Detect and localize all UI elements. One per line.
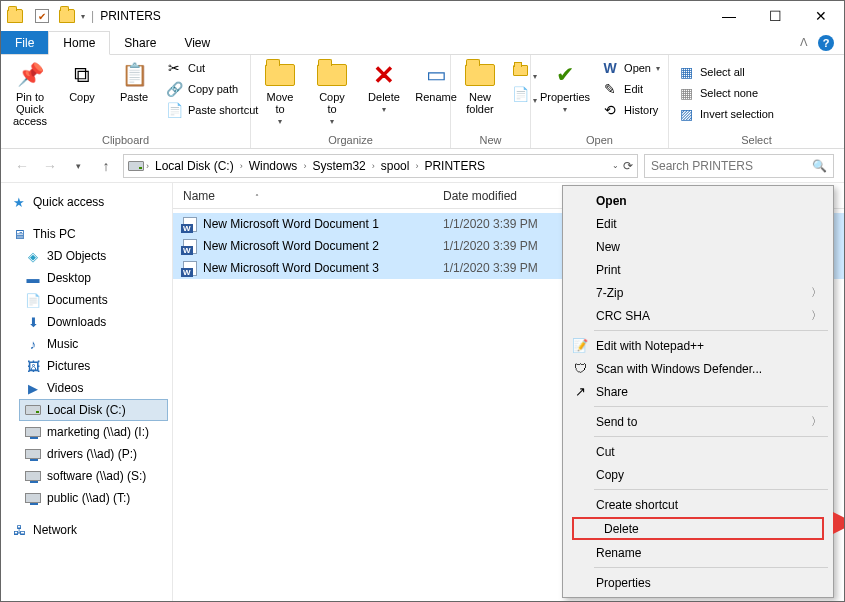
recent-locations-button[interactable]: ▾ [67, 155, 89, 177]
history-button[interactable]: ⟲History [601, 101, 660, 119]
sort-asc-icon: ˄ [255, 193, 259, 202]
window-title: PRINTERS [100, 9, 161, 23]
tree-this-pc[interactable]: 🖥This PC [5, 223, 168, 245]
folder-icon [317, 64, 347, 86]
address-bar[interactable]: › Local Disk (C:)› Windows› System32› sp… [123, 154, 638, 178]
tree-item[interactable]: ♪Music [19, 333, 168, 355]
tree-item[interactable]: drivers (\\ad) (P:) [19, 443, 168, 465]
forward-button[interactable]: → [39, 155, 61, 177]
new-folder-button[interactable]: New folder [459, 59, 501, 117]
tab-view[interactable]: View [170, 31, 224, 54]
ctx-7zip[interactable]: 7-Zip〉 [566, 281, 830, 304]
network-drive-icon [25, 471, 41, 481]
ribbon: 📌 Pin to Quick access ⧉ Copy 📋 Paste ✂Cu… [1, 55, 844, 149]
col-name[interactable]: Name˄ [173, 189, 433, 203]
tab-share[interactable]: Share [110, 31, 170, 54]
search-input[interactable]: Search PRINTERS 🔍 [644, 154, 834, 178]
desktop-icon: ▬ [25, 270, 41, 286]
select-all-button[interactable]: ▦Select all [677, 63, 836, 81]
chevron-right-icon: 〉 [811, 414, 822, 429]
ctx-copy[interactable]: Copy [566, 463, 830, 486]
breadcrumb[interactable]: PRINTERS [420, 159, 489, 173]
video-icon: ▶ [25, 380, 41, 396]
share-icon: ↗ [572, 384, 588, 399]
up-button[interactable]: ↑ [95, 155, 117, 177]
ctx-crc[interactable]: CRC SHA〉 [566, 304, 830, 327]
tree-item[interactable]: ◈3D Objects [19, 245, 168, 267]
shield-icon: 🛡 [572, 361, 588, 376]
breadcrumb[interactable]: Local Disk (C:) [151, 159, 238, 173]
new-item-icon[interactable]: ▾ [511, 61, 529, 79]
help-icon[interactable]: ? [818, 35, 834, 51]
pc-icon: 🖥 [11, 226, 27, 242]
select-none-button[interactable]: ▦Select none [677, 84, 836, 102]
tree-quick-access[interactable]: ★Quick access [5, 191, 168, 213]
tree-item[interactable]: 🖼Pictures [19, 355, 168, 377]
word-doc-icon [183, 239, 197, 254]
tree-network[interactable]: 🖧Network [5, 519, 168, 541]
nav-tree: ★Quick access 🖥This PC ◈3D Objects ▬Desk… [1, 183, 173, 601]
invert-selection-button[interactable]: ▨Invert selection [677, 105, 836, 123]
open-button[interactable]: WOpen ▾ [601, 59, 660, 77]
tree-item[interactable]: ▬Desktop [19, 267, 168, 289]
easy-access-icon[interactable]: 📄▾ [511, 85, 529, 103]
edit-icon: ✎ [601, 80, 619, 98]
titlebar: ✔ ▾ | PRINTERS — ☐ ✕ [1, 1, 844, 31]
copy-button[interactable]: ⧉ Copy [61, 59, 103, 129]
ctx-shortcut[interactable]: Create shortcut [566, 493, 830, 516]
tab-home[interactable]: Home [48, 31, 110, 55]
tree-item[interactable]: ⬇Downloads [19, 311, 168, 333]
chevron-down-icon[interactable]: ⌄ [612, 161, 619, 170]
edit-button[interactable]: ✎Edit [601, 80, 660, 98]
drive-icon [25, 405, 41, 415]
ctx-rename[interactable]: Rename [566, 541, 830, 564]
copy-to-button[interactable]: Copy to▾ [311, 59, 353, 128]
back-button[interactable]: ← [11, 155, 33, 177]
ctx-open[interactable]: Open [566, 189, 830, 212]
cut-button[interactable]: ✂Cut [165, 59, 258, 77]
breadcrumb[interactable]: spool [377, 159, 414, 173]
ctx-new[interactable]: New [566, 235, 830, 258]
word-icon: W [601, 59, 619, 77]
ribbon-collapse-icon[interactable]: ᐱ [800, 36, 808, 49]
network-drive-icon [25, 427, 41, 437]
maximize-button[interactable]: ☐ [752, 1, 798, 31]
ctx-print[interactable]: Print [566, 258, 830, 281]
tree-item[interactable]: ▶Videos [19, 377, 168, 399]
close-button[interactable]: ✕ [798, 1, 844, 31]
col-date[interactable]: Date modified [433, 189, 579, 203]
properties-button[interactable]: ✔Properties▾ [539, 59, 591, 119]
folder-icon [265, 64, 295, 86]
breadcrumb[interactable]: Windows [245, 159, 302, 173]
ctx-share[interactable]: ↗Share [566, 380, 830, 403]
minimize-button[interactable]: — [706, 1, 752, 31]
ctx-delete[interactable]: Delete [572, 517, 824, 540]
ctx-notepad[interactable]: 📝Edit with Notepad++ [566, 334, 830, 357]
breadcrumb[interactable]: System32 [308, 159, 369, 173]
tree-local-disk[interactable]: Local Disk (C:) [19, 399, 168, 421]
delete-button[interactable]: ✕Delete▾ [363, 59, 405, 128]
copy-path-button[interactable]: 🔗Copy path [165, 80, 258, 98]
tree-item[interactable]: marketing (\\ad) (I:) [19, 421, 168, 443]
qat-checkbox-icon[interactable]: ✔ [35, 9, 49, 23]
chevron-right-icon: 〉 [811, 308, 822, 323]
paste-button[interactable]: 📋 Paste [113, 59, 155, 129]
paste-shortcut-button[interactable]: 📄Paste shortcut [165, 101, 258, 119]
tree-item[interactable]: 📄Documents [19, 289, 168, 311]
tree-item[interactable]: public (\\ad) (T:) [19, 487, 168, 509]
tab-file[interactable]: File [1, 31, 48, 54]
pin-quick-access-button[interactable]: 📌 Pin to Quick access [9, 59, 51, 129]
ctx-defender[interactable]: 🛡Scan with Windows Defender... [566, 357, 830, 380]
ctx-properties[interactable]: Properties [566, 571, 830, 594]
tree-item[interactable]: software (\\ad) (S:) [19, 465, 168, 487]
ctx-edit[interactable]: Edit [566, 212, 830, 235]
ribbon-tabs: File Home Share View ᐱ ? [1, 31, 844, 55]
refresh-icon[interactable]: ⟳ [623, 159, 633, 173]
ctx-sendto[interactable]: Send to〉 [566, 410, 830, 433]
paste-icon: 📋 [118, 61, 150, 89]
chevron-down-icon[interactable]: ▾ [81, 12, 85, 21]
cube-icon: ◈ [25, 248, 41, 264]
drive-icon [128, 161, 144, 171]
ctx-cut[interactable]: Cut [566, 440, 830, 463]
move-to-button[interactable]: Move to▾ [259, 59, 301, 128]
